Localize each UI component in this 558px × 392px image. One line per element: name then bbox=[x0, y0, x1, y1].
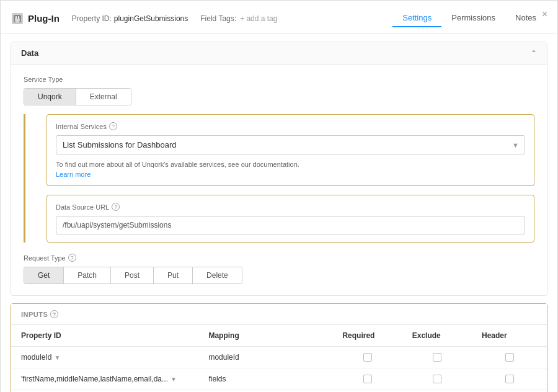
row2-required-checkbox[interactable] bbox=[363, 375, 372, 383]
col-header-mapping: Mapping bbox=[198, 325, 332, 347]
col-header-property-id: Property ID bbox=[11, 325, 198, 347]
row2-mapping: fields bbox=[198, 368, 332, 390]
row1-dropdown-arrow-icon[interactable]: ▼ bbox=[54, 354, 60, 361]
learn-more-link[interactable]: Learn more bbox=[56, 171, 525, 178]
internal-services-help-icon[interactable]: ? bbox=[109, 122, 117, 130]
row2-header-checkbox[interactable] bbox=[505, 375, 514, 383]
internal-services-box: Internal Services ? List Submissions for… bbox=[46, 114, 534, 186]
row1-header-checkbox[interactable] bbox=[505, 353, 514, 362]
service-type-label: Service Type bbox=[24, 76, 534, 83]
plug-icon bbox=[12, 13, 23, 24]
col-header-exclude: Exclude bbox=[402, 325, 472, 347]
table-row: 'firstName,middleName,lastName,email,da.… bbox=[11, 368, 547, 390]
row2-required-cell bbox=[332, 368, 402, 390]
row3-header-cell bbox=[472, 390, 547, 393]
row1-header-cell bbox=[472, 347, 547, 368]
data-section-title: Data bbox=[21, 48, 38, 58]
inputs-section: INPUTS ? Property ID Mapping Required Ex… bbox=[11, 303, 547, 392]
inputs-help-icon[interactable]: ? bbox=[50, 310, 58, 318]
toggle-unqork[interactable]: Unqork bbox=[24, 89, 76, 105]
inputs-table: Property ID Mapping Required Exclude Hea… bbox=[11, 325, 547, 392]
tab-permissions[interactable]: Permissions bbox=[441, 9, 505, 27]
row2-property-id: 'firstName,middleName,lastName,email,da.… bbox=[21, 375, 168, 383]
internal-services-select-wrapper: List Submissions for Dashboard ▼ bbox=[56, 135, 525, 154]
row3-required-cell bbox=[332, 390, 402, 393]
row1-property-cell: moduleId ▼ bbox=[11, 347, 198, 368]
modal-tabs: Settings Permissions Notes bbox=[392, 9, 546, 27]
close-button[interactable]: × bbox=[542, 9, 547, 19]
field-tags-label: Field Tags: bbox=[200, 14, 236, 23]
row2-header-cell bbox=[472, 368, 547, 390]
data-source-url-box: Data Source URL ? bbox=[46, 195, 534, 243]
chevron-up-icon: ⌃ bbox=[531, 49, 537, 58]
row1-property-id: moduleId bbox=[21, 353, 51, 362]
tab-settings[interactable]: Settings bbox=[392, 9, 441, 27]
data-source-url-help-icon[interactable]: ? bbox=[112, 203, 120, 211]
row2-dropdown-arrow-icon[interactable]: ▼ bbox=[170, 376, 177, 383]
table-row: 'investmentAmount,transferringBank' ▼ fi… bbox=[11, 390, 547, 393]
row2-exclude-checkbox[interactable] bbox=[433, 375, 441, 383]
row1-exclude-cell bbox=[402, 347, 472, 368]
request-type-group: Get Patch Post Put Delete bbox=[24, 267, 242, 284]
row1-required-checkbox[interactable] bbox=[363, 353, 372, 362]
svg-rect-1 bbox=[16, 16, 17, 19]
modal-title: Plug-In bbox=[28, 13, 60, 24]
internal-services-label: Internal Services ? bbox=[56, 122, 525, 130]
tab-notes[interactable]: Notes bbox=[505, 9, 546, 27]
modal-header: Plug-In Property ID: pluginGetSubmission… bbox=[1, 1, 557, 34]
row2-property-cell: 'firstName,middleName,lastName,email,da.… bbox=[11, 368, 198, 390]
request-type-help-icon[interactable]: ? bbox=[68, 254, 76, 262]
row1-mapping: moduleId bbox=[198, 347, 332, 368]
data-section: Data ⌃ Service Type Unqork External Inte… bbox=[11, 42, 547, 296]
row3-exclude-cell bbox=[402, 390, 472, 393]
request-type-section: Request Type ? Get Patch Post Put Delete bbox=[24, 254, 534, 284]
request-type-label: Request Type ? bbox=[24, 254, 534, 262]
inputs-section-header: INPUTS ? bbox=[11, 304, 547, 325]
row3-mapping: fields bbox=[198, 390, 332, 393]
request-btn-post[interactable]: Post bbox=[111, 267, 154, 283]
col-header-required: Required bbox=[332, 325, 402, 347]
table-row: moduleId ▼ moduleId bbox=[11, 347, 547, 368]
modal: Plug-In Property ID: pluginGetSubmission… bbox=[0, 0, 558, 392]
data-section-header[interactable]: Data ⌃ bbox=[11, 42, 547, 65]
property-id-value: pluginGetSubmissions bbox=[114, 14, 188, 23]
request-btn-delete[interactable]: Delete bbox=[193, 267, 242, 283]
internal-services-select[interactable]: List Submissions for Dashboard bbox=[56, 135, 525, 154]
data-section-body: Service Type Unqork External Internal Se… bbox=[11, 65, 547, 295]
svg-rect-2 bbox=[18, 16, 19, 19]
request-btn-get[interactable]: Get bbox=[24, 267, 64, 283]
property-id-label: Property ID: bbox=[72, 14, 112, 23]
inputs-title: INPUTS ? bbox=[21, 310, 537, 318]
data-source-url-input[interactable] bbox=[56, 216, 525, 234]
row2-exclude-cell bbox=[402, 368, 472, 390]
add-tag-link[interactable]: + add a tag bbox=[240, 14, 277, 23]
row3-property-cell: 'investmentAmount,transferringBank' ▼ bbox=[11, 390, 198, 393]
request-btn-put[interactable]: Put bbox=[154, 267, 193, 283]
row1-exclude-checkbox[interactable] bbox=[433, 353, 441, 362]
row1-required-cell bbox=[332, 347, 402, 368]
inputs-table-header-row: Property ID Mapping Required Exclude Hea… bbox=[11, 325, 547, 347]
data-source-url-label: Data Source URL ? bbox=[56, 203, 525, 211]
internal-services-info: To find out more about all of Unqork's a… bbox=[56, 161, 525, 168]
toggle-external[interactable]: External bbox=[76, 89, 131, 105]
service-type-toggle: Unqork External bbox=[24, 88, 131, 105]
col-header-header: Header bbox=[472, 325, 547, 347]
request-btn-patch[interactable]: Patch bbox=[64, 267, 111, 283]
